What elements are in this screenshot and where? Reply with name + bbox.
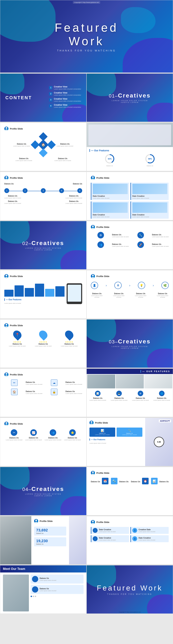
creatives-title: Creatives bbox=[31, 240, 64, 246]
team-photo bbox=[3, 574, 29, 612]
creative-dale-grid: 👤 Date Creative Lorem ipsum dolor sit am… bbox=[91, 527, 169, 542]
quadrant-item: Date Creative Lorem ipsum dolor sit amet bbox=[131, 183, 169, 200]
profile-title: Profile Slide bbox=[96, 226, 109, 228]
arrow-icon: › bbox=[129, 284, 130, 287]
location-pin bbox=[37, 329, 49, 340]
bar bbox=[14, 286, 24, 297]
progress-circle-42: 42% bbox=[105, 154, 115, 164]
creatives-num: 01 bbox=[109, 93, 115, 99]
profile-icon bbox=[4, 372, 8, 377]
icons-row-4: ✂ Datoes Us Lorem ipsum dolor sit amet 📈… bbox=[4, 429, 82, 441]
lock-icon: 🔒 bbox=[51, 388, 57, 395]
stat-label-2: Datoes Us bbox=[36, 543, 64, 545]
team-card: Datoes Us Lorem ipsum dolor sit amet bbox=[31, 585, 84, 594]
profile-title: Profile Slide bbox=[10, 373, 23, 376]
item-num: 1 bbox=[49, 86, 52, 90]
slide-icons-profile: Profile Slide ⚙ Datoes Us Lorem ipsum do… bbox=[86, 221, 173, 270]
slide-meet-our-team: Meet Our Team Datoes Us Lorem ipsum dolo… bbox=[0, 565, 86, 614]
person-avatar: 👤 bbox=[93, 528, 98, 533]
stars: ★★★★★ bbox=[61, 341, 77, 343]
wrench2-icon: 🔩 bbox=[111, 478, 118, 484]
quadrant-item: Date Creative Lorem ipsum dolor sit amet bbox=[91, 202, 129, 219]
progress-circle-58: 58% bbox=[145, 154, 155, 164]
profile-title: Profile Slide bbox=[10, 275, 23, 278]
slide-hero: Copyright © http://www.pptstore.net Feat… bbox=[0, 0, 173, 73]
home-icon: 🏠 bbox=[11, 388, 18, 395]
blob-decoration bbox=[123, 38, 173, 73]
scissors-icon: ✂ bbox=[11, 429, 17, 436]
timeline-dot: 5 bbox=[77, 188, 82, 193]
alarm-icon: ⏰ bbox=[142, 478, 149, 484]
creatives-sub: LOREM IPSUM DOLOR SYSTEM ADEPIS LOREM bbox=[108, 346, 151, 349]
svg-text:58%: 58% bbox=[148, 158, 152, 160]
clock-face: 5:49 bbox=[154, 437, 164, 447]
bar-chart-icon: 📊 bbox=[151, 478, 158, 484]
bottom-icons-row: 📊 Datoes Us Lorem ipsum dolor sit amet 💻… bbox=[89, 391, 170, 401]
creatives-sub: LOREM IPSUM DOLOR SYSTEM ADEPIS LOREM bbox=[22, 247, 65, 251]
creative-dale-item: 👤 Date Creative Lorem ipsum dolor sit am… bbox=[131, 535, 169, 542]
adipiscpt-boxes: 📊 Datoes Us Lorem ipsum dolor sit amet 🔧… bbox=[89, 428, 142, 437]
quadrant-item: Date Creative Lorem ipsum dolor sit amet bbox=[131, 202, 169, 219]
item-text: Creative View Lorem ipsum dolor sit amet… bbox=[54, 98, 81, 102]
avatar bbox=[32, 576, 38, 582]
photo-grid bbox=[87, 374, 173, 389]
item-num: 3 bbox=[49, 98, 52, 102]
stat-block-2: 19,230 Datoes Us bbox=[34, 537, 66, 546]
svg-text:42%: 42% bbox=[108, 158, 111, 160]
star-icon: ⭐ bbox=[69, 429, 76, 436]
slide-calendar-icons: Profile Slide Datoes Us 📅 🔩 Datoes Us Da… bbox=[86, 467, 173, 515]
arrow-icon: › bbox=[106, 284, 107, 287]
list-item: 3 Creative View Lorem ipsum dolor sit am… bbox=[49, 98, 81, 102]
profile-header: Profile Slide bbox=[34, 519, 66, 523]
profile-header: Profile Slide bbox=[91, 274, 169, 278]
creative-dale-item: 👤 Date Creative Lorem ipsum dolor sit am… bbox=[91, 535, 129, 542]
item-num: 4 bbox=[49, 104, 52, 108]
stat-number-2: 19,230 bbox=[36, 539, 64, 543]
copyright-text: Copyright © http://www.pptstore.net bbox=[73, 1, 100, 4]
profile-header: Profile Slide bbox=[4, 323, 82, 328]
profile-header: Profile Slide bbox=[4, 126, 82, 131]
team-card: Datoes Us Lorem ipsum dolor sit amet bbox=[31, 574, 84, 584]
slide-content: CONTENT 1 Creative View Lorem ipsum dolo… bbox=[0, 74, 86, 122]
profile-icon bbox=[91, 274, 95, 278]
creatives-title: Creatives bbox=[31, 486, 64, 492]
item-text: Creative View Lorem ipsum dolor sit amet… bbox=[54, 86, 81, 90]
our-features-title: — Our Features bbox=[89, 149, 170, 152]
profile-title: Profile Slide bbox=[95, 422, 108, 424]
diamond-grid: 🏠 bbox=[32, 134, 54, 156]
item-text: Creative View Lorem ipsum dolor sit amet… bbox=[54, 104, 81, 108]
bar bbox=[45, 289, 54, 297]
rocket-icon: 🚀 bbox=[137, 242, 144, 248]
dot-active bbox=[31, 596, 32, 597]
person-avatar: 👤 bbox=[132, 536, 137, 541]
monitor-icon: 🖥 bbox=[114, 282, 122, 289]
profile-header: Profile Slide bbox=[91, 471, 169, 475]
icon-item: 💻 bbox=[116, 391, 122, 396]
profile-title: Profile Slide bbox=[96, 521, 109, 524]
wrench-icon: ⚙ bbox=[97, 232, 104, 238]
profile-icon bbox=[4, 274, 8, 278]
icon-pairs-grid: Datoes Us 📅 🔩 Datoes Us Datoes Us ⏰ 📊 Da… bbox=[91, 478, 169, 485]
slide-02-creatives: 02 – Creatives LOREM IPSUM DOLOR SYSTEM … bbox=[0, 221, 86, 270]
creatives-content: 04 – Creatives LOREM IPSUM DOLOR SYSTEM … bbox=[22, 486, 65, 497]
leaf-icon: 🌿 bbox=[162, 282, 169, 289]
creatives-content: 02 – Creatives LOREM IPSUM DOLOR SYSTEM … bbox=[22, 240, 65, 251]
person-avatar: 👤 bbox=[132, 528, 137, 533]
profile-icon bbox=[4, 422, 8, 426]
creative-dale-item: 👤 Date Creative Lorem ipsum dolor sit am… bbox=[91, 527, 129, 534]
content-list: 1 Creative View Lorem ipsum dolor sit am… bbox=[49, 86, 81, 110]
hero-subtitle: THANKS FOR YOU WATCHING bbox=[43, 49, 130, 52]
blob-decoration bbox=[60, 250, 86, 270]
hero-title: Featured Work bbox=[43, 21, 130, 48]
icon-item: 🌐 bbox=[159, 391, 165, 396]
profile-icon bbox=[91, 520, 95, 524]
content-title: CONTENT bbox=[5, 95, 32, 100]
box-item: 📊 Datoes Us Lorem ipsum dolor sit amet bbox=[89, 428, 115, 437]
slide-featured-work-final: Featured Work THANKS FOR YOU WATCHING Co… bbox=[86, 565, 173, 614]
item-num: 2 bbox=[49, 92, 52, 96]
profile-icon bbox=[89, 420, 94, 425]
quad-photo bbox=[93, 202, 128, 213]
creatives-num: 04 bbox=[22, 486, 28, 492]
icons-grid: ⚙ Datoes Us Lorem ipsum dolor sit amet 🔧… bbox=[91, 232, 169, 249]
arrow-icon: › bbox=[153, 284, 154, 287]
